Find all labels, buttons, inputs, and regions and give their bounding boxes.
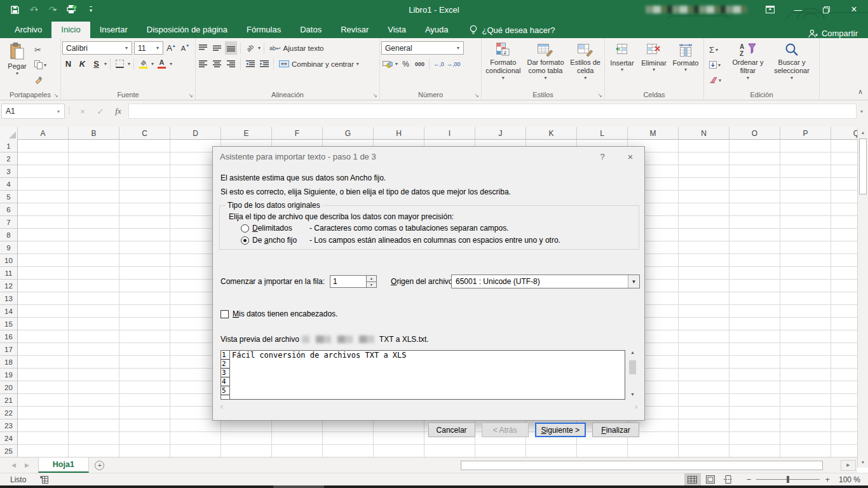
number-dialog-launcher-icon[interactable]: ↘ bbox=[474, 92, 479, 98]
sort-filter-button[interactable]: AZ Ordenar y filtrar ▾ bbox=[727, 40, 769, 90]
comma-style-button[interactable]: 000 bbox=[414, 57, 426, 71]
column-header[interactable]: C bbox=[119, 127, 170, 139]
column-header[interactable]: P bbox=[780, 127, 831, 139]
copy-button[interactable]: ▾ bbox=[33, 58, 48, 71]
format-cells-button[interactable]: Formato ▾ bbox=[670, 40, 702, 90]
align-right-button[interactable] bbox=[225, 57, 237, 71]
dialog-title-bar[interactable]: Asistente para importar texto - paso 1 d… bbox=[213, 147, 644, 166]
view-page-break-button[interactable] bbox=[720, 473, 736, 485]
row-header[interactable]: 9 bbox=[0, 241, 17, 254]
underline-button[interactable]: S bbox=[90, 57, 102, 71]
new-sheet-button[interactable]: + bbox=[89, 458, 111, 473]
row-header[interactable]: 3 bbox=[0, 165, 17, 178]
zoom-slider-thumb[interactable] bbox=[787, 476, 789, 483]
minimize-button[interactable]: — bbox=[784, 0, 812, 19]
column-header[interactable]: O bbox=[729, 127, 780, 139]
tab-vista[interactable]: Vista bbox=[378, 22, 416, 38]
close-button[interactable]: × bbox=[840, 0, 868, 19]
tab-ayuda[interactable]: Ayuda bbox=[416, 22, 458, 38]
column-header[interactable]: D bbox=[170, 127, 221, 139]
font-size-combo[interactable]: 11▾ bbox=[134, 41, 163, 55]
sheet-next-icon[interactable]: ▶ bbox=[25, 462, 29, 468]
paste-button[interactable]: Pegar ▾ bbox=[1, 40, 33, 90]
column-header[interactable]: N bbox=[679, 127, 729, 139]
row-header[interactable]: 7 bbox=[0, 216, 17, 229]
tell-me-search[interactable]: ¿Qué desea hacer? bbox=[470, 22, 555, 38]
row-header[interactable]: 6 bbox=[0, 203, 17, 216]
zoom-level[interactable]: 100 % bbox=[831, 475, 860, 484]
expand-formula-bar-icon[interactable]: ▾ bbox=[857, 104, 867, 119]
ribbon-display-options-icon[interactable] bbox=[756, 0, 784, 19]
preview-scroll-left-icon[interactable]: ‹ bbox=[220, 402, 223, 411]
delete-cells-button[interactable]: Eliminar ▾ bbox=[638, 40, 670, 90]
column-header[interactable]: I bbox=[424, 127, 475, 139]
start-row-spinner[interactable]: ▲ ▼ bbox=[367, 275, 377, 288]
format-as-table-button[interactable]: Dar formato como tabla ▾ bbox=[525, 40, 567, 90]
accounting-dropdown-icon[interactable]: ▾ bbox=[395, 61, 398, 67]
row-header[interactable]: 23 bbox=[0, 419, 17, 432]
file-origin-combo[interactable]: 65001 : Unicode (UTF-8) ▼ bbox=[451, 274, 640, 288]
column-header[interactable]: M bbox=[628, 127, 679, 139]
percent-style-button[interactable]: % bbox=[400, 57, 412, 71]
grow-font-button[interactable]: A▲ bbox=[165, 41, 177, 55]
align-bottom-button[interactable] bbox=[225, 41, 237, 55]
scroll-right-icon[interactable]: ▶ bbox=[841, 460, 856, 471]
styles-dialog-launcher-icon[interactable]: ↘ bbox=[597, 92, 602, 98]
decrease-decimal-button[interactable]: →,00 bbox=[447, 57, 461, 71]
shrink-font-button[interactable]: A▼ bbox=[179, 41, 191, 55]
preview-scroll-right-icon[interactable]: › bbox=[635, 402, 637, 411]
column-header[interactable]: A bbox=[18, 127, 69, 139]
finish-button[interactable]: Finalizar bbox=[592, 423, 639, 437]
cell-styles-button[interactable]: Estilos de celda ▾ bbox=[567, 40, 603, 90]
column-header[interactable]: J bbox=[475, 127, 526, 139]
customize-qat-icon[interactable]: ▾ bbox=[83, 1, 99, 18]
preview-box[interactable]: 12345 Fácil conversión de archivos TXT a… bbox=[220, 350, 625, 400]
start-row-input[interactable] bbox=[330, 275, 367, 288]
preview-horizontal-scrollbar[interactable]: ‹ › bbox=[220, 402, 637, 411]
fill-button[interactable]: ▾ bbox=[708, 58, 727, 71]
zoom-in-icon[interactable]: + bbox=[825, 475, 830, 484]
tab-inicio[interactable]: Inicio bbox=[51, 22, 90, 38]
align-center-button[interactable] bbox=[211, 57, 223, 71]
row-header[interactable]: 14 bbox=[0, 305, 17, 318]
horizontal-scrollbar[interactable]: ▶ bbox=[461, 458, 857, 473]
spinner-up-icon[interactable]: ▲ bbox=[367, 276, 376, 282]
orientation-button[interactable]: ab bbox=[244, 41, 256, 55]
tab-datos[interactable]: Datos bbox=[290, 22, 331, 38]
radio-fixed-width[interactable] bbox=[241, 236, 249, 245]
row-header[interactable]: 11 bbox=[0, 267, 17, 280]
number-format-combo[interactable]: General▾ bbox=[381, 41, 464, 55]
formula-input[interactable] bbox=[128, 104, 857, 119]
row-header[interactable]: 22 bbox=[0, 407, 17, 419]
cut-button[interactable]: ✂ bbox=[33, 43, 48, 56]
name-box-dropdown-icon[interactable]: ▾ bbox=[53, 109, 64, 114]
sheet-tab-hoja1[interactable]: Hoja1 bbox=[38, 458, 89, 473]
save-icon[interactable] bbox=[6, 1, 23, 18]
row-header[interactable]: 16 bbox=[0, 330, 17, 343]
zoom-slider[interactable] bbox=[756, 479, 820, 480]
fill-color-dropdown-icon[interactable]: ▾ bbox=[151, 61, 154, 67]
wrap-text-button[interactable]: ab↩ Ajustar texto bbox=[268, 41, 325, 55]
font-color-button[interactable]: A bbox=[156, 57, 168, 71]
row-header[interactable]: 10 bbox=[0, 254, 17, 267]
scroll-up-icon[interactable]: ▲ bbox=[858, 127, 868, 138]
scroll-down-icon[interactable]: ▼ bbox=[858, 457, 868, 468]
insert-function-icon[interactable]: fx bbox=[109, 104, 127, 119]
insert-cells-button[interactable]: Insertar ▾ bbox=[606, 40, 638, 90]
undo-icon[interactable]: ↶▾ bbox=[25, 1, 42, 18]
tab-disposicion[interactable]: Disposición de página bbox=[137, 22, 237, 38]
column-header[interactable]: H bbox=[374, 127, 424, 139]
view-normal-button[interactable] bbox=[684, 473, 701, 485]
align-middle-button[interactable] bbox=[211, 41, 223, 55]
decrease-indent-button[interactable] bbox=[244, 57, 256, 71]
fill-color-button[interactable] bbox=[137, 57, 149, 71]
row-header[interactable]: 17 bbox=[0, 343, 17, 356]
merge-center-button[interactable]: Combinar y centrar ▾ bbox=[277, 57, 361, 71]
align-top-button[interactable] bbox=[197, 41, 209, 55]
row-header[interactable]: 1 bbox=[0, 140, 17, 152]
preview-scrollbar-thumb[interactable] bbox=[629, 360, 636, 374]
clipboard-dialog-launcher-icon[interactable]: ↘ bbox=[53, 92, 58, 98]
font-dialog-launcher-icon[interactable]: ↘ bbox=[188, 92, 193, 98]
preview-scroll-up-icon[interactable]: ▲ bbox=[630, 350, 635, 358]
orientation-dropdown-icon[interactable]: ▾ bbox=[258, 45, 261, 51]
